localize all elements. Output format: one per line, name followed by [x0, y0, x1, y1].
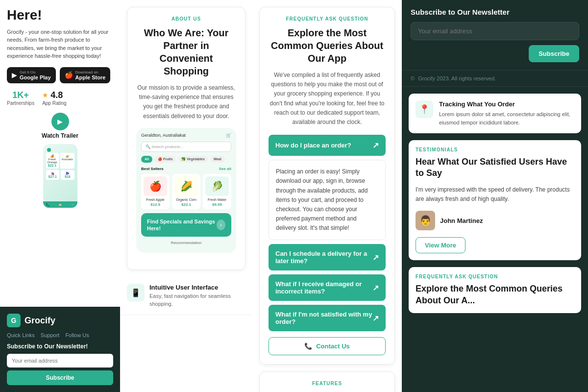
panel-newsletter: Subscribe to Our Newsletter Subscribe © …: [402, 0, 588, 392]
cat-vegetables[interactable]: 🥦 Vegetables: [178, 156, 208, 163]
newsletter-subscribe-button[interactable]: Subscribe: [529, 45, 579, 62]
best-sellers-header: Best Sellers See all: [141, 167, 231, 171]
apple-store-name: Apple Store: [75, 74, 106, 80]
apple-store-button[interactable]: 🍎 Download on Apple Store: [60, 67, 111, 83]
footer-link-support[interactable]: Support: [41, 332, 60, 338]
cat-fruits[interactable]: 🍎 Fruits: [154, 156, 176, 163]
store-buttons-row: ▶ Get It On Google Play 🍎 Download on Ap…: [7, 67, 113, 83]
footer-logo: G: [7, 314, 21, 327]
play-icon: ▶: [12, 71, 17, 79]
product-apple-name: Fresh Apple: [144, 198, 167, 201]
feature-ui-desc: Easy, fast navigation for seamless shopp…: [149, 293, 245, 308]
phone-mockup-1: 🍊 Fresh Orange $22.1 🥑 Avocado �: [43, 144, 77, 208]
newsletter-top: Subscribe to Our Newsletter Subscribe: [402, 0, 588, 71]
phone-icon: 📞: [304, 343, 312, 350]
google-play-button[interactable]: ▶ Get It On Google Play: [7, 67, 56, 83]
testimonials-section: TESTIMONIALS Hear What Our Satisfied Use…: [409, 140, 581, 260]
feature-ui-title: Intuitive User Interface: [149, 284, 245, 291]
about-description: Our mission is to provide a seamless, ti…: [136, 83, 236, 121]
contact-us-button[interactable]: 📞 Contact Us: [269, 337, 386, 355]
phone-screen-1: 🍊 Fresh Orange $22.1 🥑 Avocado �: [43, 144, 77, 208]
faq-card: FREQUENTLY ASK QUESTION Explore the Most…: [259, 7, 395, 365]
promo-arrow-icon: ›: [217, 220, 225, 230]
footer-link-follow[interactable]: Follow Us: [65, 332, 89, 338]
search-bar-mock: 🔍 Search products...: [141, 142, 231, 152]
tracking-card: 📍 Tracking What You Order Lorem ipsum do…: [409, 94, 581, 133]
newsletter-email-input[interactable]: [411, 22, 579, 40]
apple-icon: 🍎: [65, 71, 73, 79]
rating-label: App Rating: [42, 100, 66, 106]
testimonials-title: Hear What Our Satisfied Users Have to Sa…: [416, 156, 574, 179]
partnerships-stat: 1K+ Partnerships: [7, 90, 34, 106]
testimonial-quote: I'm very impressed with the speed of del…: [416, 185, 574, 204]
panel-about: ABOUT US Who We Are: Your Partner in Con…: [120, 0, 252, 392]
view-more-button[interactable]: View More: [416, 237, 466, 253]
partnerships-value: 1K+: [7, 90, 34, 100]
about-phone-mockup: Geraldton, Australiakat 🛒 🔍 Search produ…: [136, 128, 236, 253]
panel-hero-footer: Here! Grocify - your one-stop solution f…: [0, 0, 120, 392]
features-section: FEATURES Efficient Grocery Shopping at Y…: [259, 371, 395, 392]
faq-q3-arrow: ↗: [372, 283, 379, 293]
faq-question-4[interactable]: What if I'm not satisfied with my order?…: [269, 305, 386, 331]
promo-banner[interactable]: Find Specials and Savings Here! ›: [141, 213, 231, 237]
faq-q4-text: What if I'm not satisfied with my order?: [275, 311, 372, 325]
faq-a1-text: Placing an order is easy! Simply downloa…: [276, 168, 368, 231]
categories-row: All 🍎 Fruits 🥦 Vegetables Meat: [141, 156, 231, 163]
hero-title: Here!: [7, 8, 113, 23]
cart-icon: 🛒: [226, 133, 231, 138]
about-tag: ABOUT US: [136, 16, 236, 22]
phone-header: Geraldton, Australiakat 🛒: [141, 133, 231, 138]
footer-brand-name: Grocify: [24, 316, 55, 326]
google-play-name: Google Play: [20, 74, 51, 80]
footer-link-quick[interactable]: Quick Links: [7, 332, 35, 338]
author-name: John Martinez: [440, 217, 483, 224]
faq-q3-text: What if I receive damaged or incorrect i…: [275, 280, 372, 295]
watch-trailer-section: ▶ Watch Trailer: [7, 113, 113, 139]
see-all-link[interactable]: See all: [219, 167, 231, 171]
footer-subscribe-button[interactable]: Subscribe: [7, 370, 113, 385]
product-corn-price: $22.1: [174, 202, 198, 207]
tracking-icon: 📍: [416, 100, 433, 118]
tracking-title: Tracking What You Order: [439, 100, 574, 108]
best-sellers-label: Best Sellers: [141, 167, 164, 171]
about-card: ABOUT US Who We Are: Your Partner in Con…: [127, 7, 245, 270]
hero-description: Grocify - your one-stop solution for all…: [7, 28, 113, 60]
footer-links: Quick Links Support Follow Us: [7, 332, 113, 338]
rating-stat: ★ 4.8 App Rating: [42, 90, 66, 106]
tracking-description: Lorem ipsum dolor sit amet, consectetur …: [439, 110, 574, 126]
product-water-price: $9.99: [205, 202, 229, 207]
recommendation-label: Recommendation: [141, 241, 231, 245]
feature-item-ui: 📱 Intuitive User Interface Easy, fast na…: [120, 277, 252, 315]
faq-title: Explore the Most Common Queries About Ou…: [269, 26, 386, 65]
product-apple-price: $12.9: [144, 202, 167, 207]
tracking-content: Tracking What You Order Lorem ipsum dolo…: [439, 100, 574, 126]
footer-email-input[interactable]: [7, 354, 113, 368]
faq-bottom-tag: FREQUENTLY ASK QUESTION: [416, 274, 574, 279]
panel-faq: FREQUENTLY ASK QUESTION Explore the Most…: [252, 0, 402, 392]
feature-ui-content: Intuitive User Interface Easy, fast navi…: [149, 284, 245, 308]
star-icon: ★: [42, 91, 49, 99]
faq-question-2[interactable]: Can I schedule a delivery for a later ti…: [269, 244, 386, 270]
watch-trailer-label: Watch Trailer: [42, 132, 78, 139]
faq-q2-arrow: ↗: [372, 253, 379, 262]
cat-meat[interactable]: Meat: [210, 156, 225, 163]
faq-q2-text: Can I schedule a delivery for a later ti…: [275, 250, 372, 265]
phone-screen: Geraldton, Australiakat 🛒 🔍 Search produ…: [136, 128, 236, 253]
google-play-top-label: Get It On: [20, 70, 51, 74]
product-apple: 🍎 Fresh Apple $12.9: [141, 174, 170, 209]
product-water-name: Fresh Water: [205, 198, 229, 201]
hero-section: Here! Grocify - your one-stop solution f…: [0, 0, 120, 307]
product-corn-name: Organic Corn: [174, 198, 198, 201]
phone-mockups: 🍊 Fresh Orange $22.1 🥑 Avocado �: [7, 144, 113, 208]
cat-all[interactable]: All: [141, 156, 152, 163]
about-title: Who We Are: Your Partner in Convenient S…: [136, 26, 236, 77]
trailer-play-button[interactable]: ▶: [51, 113, 69, 130]
faq-intro: We've compiled a list of frequently aske…: [269, 71, 386, 127]
faq-bottom-section: FREQUENTLY ASK QUESTION Explore the Most…: [409, 267, 581, 313]
faq-question-3[interactable]: What if I receive damaged or incorrect i…: [269, 274, 386, 301]
feature-ui-icon: 📱: [127, 284, 145, 301]
faq-answer-1: Placing an order is easy! Simply downloa…: [269, 160, 386, 240]
faq-question-1[interactable]: How do I place an order? ↗: [269, 135, 386, 156]
footer-input-row: Subscribe: [7, 354, 113, 385]
author-avatar: 👨: [416, 211, 435, 230]
